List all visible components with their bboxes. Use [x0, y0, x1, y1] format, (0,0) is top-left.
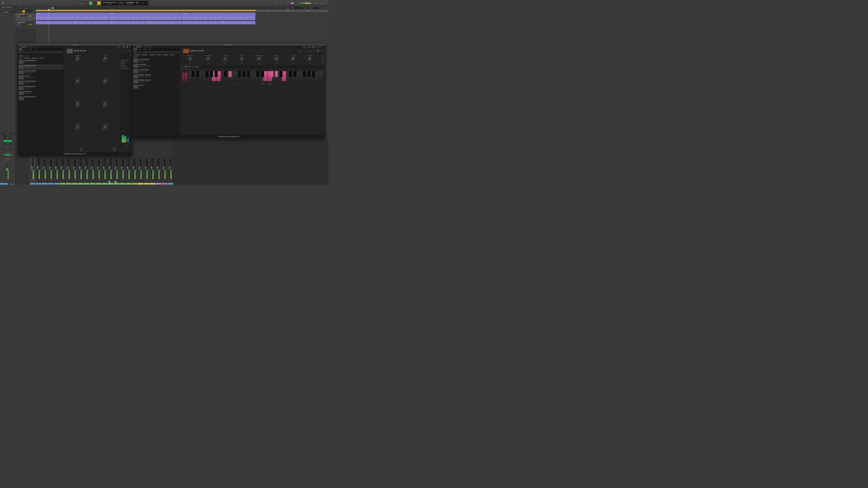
tag-chip[interactable]: Analog — [156, 54, 162, 56]
chain-power-icon[interactable]: ⏻ ⋯ — [121, 55, 131, 56]
fx-slot[interactable]: Wavs Tn Rl-Tm+ — [121, 59, 131, 61]
master-volume[interactable] — [299, 3, 311, 4]
marquee-tool-icon[interactable]: ✛ — [280, 7, 281, 8]
pointer-tool-icon[interactable]: ↖ — [277, 7, 278, 8]
piano-key[interactable] — [296, 71, 300, 81]
flex-icon[interactable]: ⎌ — [45, 7, 48, 9]
output-meter[interactable] — [313, 50, 322, 52]
pan-knob[interactable] — [5, 157, 10, 161]
rewind-button[interactable]: ◀◀ — [77, 2, 80, 5]
region[interactable]: BG Synth ⟲ — [36, 21, 72, 24]
piano-key[interactable] — [197, 71, 202, 81]
knob[interactable]: 1 — [75, 57, 80, 61]
track-header[interactable]: Track: SV Split — [0, 11, 15, 13]
region[interactable]: BG Synth ⟲ — [109, 21, 146, 24]
chain-expand-icon[interactable]: ⤢ — [323, 66, 324, 67]
wave-view-icon[interactable]: ∿ — [41, 7, 44, 9]
knob[interactable] — [188, 57, 193, 62]
knob[interactable] — [239, 57, 245, 62]
expand-icon[interactable]: ⛶ — [130, 44, 131, 45]
grid-view-icon[interactable]: ⊞ — [38, 7, 41, 9]
lcd-display[interactable]: 01:00:02:17.742 2 4 46 1 1 1 125 1 1 1 1… — [101, 1, 148, 5]
piano-key[interactable] — [202, 71, 207, 81]
group-label[interactable]: Group — [3, 151, 12, 153]
cycle-button[interactable]: ↻ — [97, 2, 100, 5]
piano-key[interactable] — [244, 71, 249, 81]
browser-tab[interactable]: Recent — [143, 48, 148, 51]
hzoom-icon[interactable]: ⇔ — [324, 7, 324, 8]
hide-button[interactable]: H — [22, 10, 25, 12]
browser-tab[interactable]: Liked — [23, 48, 28, 51]
knob[interactable] — [206, 57, 211, 62]
tag-chip[interactable]: Reverb — [39, 57, 44, 59]
add-chip-icon[interactable]: + — [200, 66, 201, 67]
vzoom-icon[interactable]: ⇕ — [322, 7, 323, 8]
up-icon[interactable]: ↑ — [16, 7, 17, 8]
preset-item[interactable]: Dj Khaled Vocal ChainMale Vocal | Lead V… — [18, 85, 63, 90]
region[interactable]: BG Synth ⟲ — [182, 21, 219, 24]
region[interactable]: BG Synth ⟲ — [72, 21, 109, 24]
midifx-slot[interactable]: MIDI FX — [3, 138, 12, 140]
prev-icon[interactable]: ◀ — [249, 51, 250, 52]
zoom-slider[interactable]: ●━━● — [325, 7, 328, 8]
library-icon[interactable]: 📥 — [2, 2, 4, 4]
assign-button[interactable] — [321, 62, 324, 64]
keyboard[interactable] — [182, 71, 323, 81]
preset-item[interactable]: Trippy Tune Trap Vocal ♥Vocals | Male Vo… — [18, 64, 63, 70]
setting-button[interactable]: Setting — [1, 132, 14, 134]
pitch-wheel[interactable] — [182, 73, 184, 81]
knob[interactable]: 3 — [75, 79, 80, 84]
knob[interactable] — [257, 57, 262, 62]
mixer-channel[interactable]: RI MS Lead — [138, 139, 144, 185]
piano-key[interactable] — [221, 71, 225, 81]
knob[interactable]: 7 — [75, 125, 80, 130]
audiofx-slot[interactable]: Audio FX — [3, 142, 12, 144]
piano-key[interactable] — [286, 71, 291, 81]
piano-key[interactable] — [225, 71, 230, 81]
scale-select[interactable]: ◀ Minor ▶ 🔒 — [304, 50, 312, 52]
ai-icon[interactable]: ✦ — [60, 51, 62, 53]
preset-item[interactable]: Dark & MellowElectric Piano | Dark | Mel… — [133, 63, 180, 68]
fx-slot[interactable]: DeEsser+ — [121, 64, 131, 66]
filter-tag[interactable]: Vocals — [19, 55, 24, 57]
lowlatency-icon[interactable]: ⊘ — [279, 2, 281, 4]
next-icon[interactable]: ▶ — [130, 51, 130, 52]
solo-icon[interactable]: S — [287, 2, 289, 4]
plugin-titlebar[interactable]: SV Split: Full Reset ⛶ — [133, 43, 325, 46]
preset-item[interactable]: Abbey Road: Rock Voc... ✓ — [18, 96, 63, 101]
tuner2-icon[interactable]: ✎ — [283, 2, 285, 4]
metronome-icon[interactable]: ◐ — [19, 2, 22, 4]
knob[interactable]: 6 — [103, 102, 107, 107]
mixer-channel[interactable]: RI MS Harm — [150, 139, 156, 185]
velocity-value[interactable]: 100 — [268, 83, 271, 85]
go-icon[interactable]: → — [65, 51, 66, 52]
piano-key[interactable] — [188, 71, 193, 81]
edit-button[interactable]: ↻ — [79, 149, 83, 151]
region[interactable]: BG Synth ⟲ — [219, 21, 255, 24]
browser-tab[interactable]: User — [33, 48, 37, 51]
knob[interactable]: 4 — [103, 79, 107, 84]
key-select[interactable]: ◉ A#/Bb ▾ — [297, 50, 303, 52]
tag-chip[interactable]: EDM — [170, 54, 175, 56]
mixer-channel[interactable]: RI MS Back Low — [144, 139, 150, 185]
automation-read[interactable]: Read — [3, 154, 12, 156]
tag-chip[interactable]: Sequencer — [162, 54, 169, 56]
tag-chip[interactable]: Male Vocal — [31, 57, 38, 59]
mixer-channel[interactable]: RI MS Output — [156, 139, 162, 185]
next-icon[interactable]: ▶ — [250, 51, 251, 52]
fx-slot[interactable]: Parallel Split+ — [121, 66, 131, 68]
knob[interactable]: 8 — [103, 125, 107, 130]
piano-key[interactable] — [319, 71, 323, 81]
countoff-icon[interactable]: ✎ — [27, 2, 30, 4]
close-icon[interactable] — [19, 44, 20, 45]
stereo-out[interactable]: Stereo Out — [3, 149, 12, 151]
piano-key[interactable] — [254, 71, 258, 81]
preset-item[interactable]: Jay Z Lead Vocal ChainMale Vocal | Lead … — [18, 59, 63, 64]
search-input[interactable]: 🔍✦ — [19, 51, 63, 53]
movie-icon[interactable]: ▭ — [13, 2, 16, 4]
browser-tab[interactable]: User — [148, 48, 152, 51]
track-header[interactable]: 2BG SynthMSRI — [15, 21, 35, 30]
preset-item[interactable]: Real Pads - Wide GrindSynth Pad | Retro … — [133, 79, 180, 84]
prev-icon[interactable]: ◀ — [129, 51, 129, 52]
browser-tab[interactable]: Search — [18, 48, 23, 51]
